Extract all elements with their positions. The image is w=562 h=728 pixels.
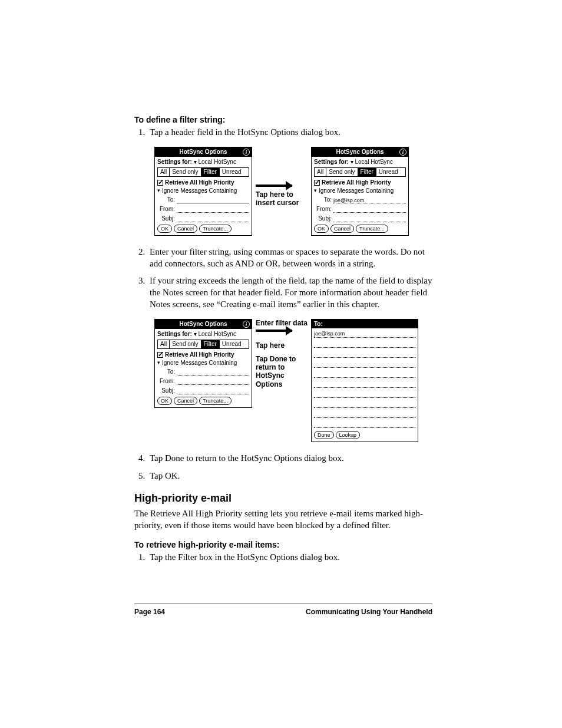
cancel-button[interactable]: Cancel: [174, 225, 197, 233]
figure-1: HotSync Options i Settings for: ▾ Local …: [154, 147, 432, 236]
from-field[interactable]: [177, 207, 249, 213]
info-icon[interactable]: i: [243, 321, 250, 328]
ignore-label[interactable]: Ignore Messages Containing: [162, 187, 237, 195]
retrieve-high-checkbox[interactable]: [157, 352, 163, 358]
heading-define-filter: To define a filter string:: [134, 115, 432, 124]
ok-button[interactable]: OK: [157, 397, 172, 405]
tab-filter[interactable]: Filter: [201, 340, 220, 348]
settings-for-label: Settings for:: [157, 159, 192, 165]
palm-dialog-left: HotSync Options i Settings for: ▾ Local …: [154, 147, 252, 236]
settings-value[interactable]: Local HotSync: [198, 159, 236, 165]
retrieve-high-checkbox[interactable]: [314, 180, 320, 186]
settings-value[interactable]: Local HotSync: [355, 159, 392, 165]
ignore-label[interactable]: Ignore Messages Containing: [162, 360, 237, 367]
from-label[interactable]: From:: [157, 206, 177, 213]
subj-label[interactable]: Subj:: [314, 215, 333, 222]
notes-value[interactable]: joe@isp.com: [314, 331, 415, 338]
tab-unread[interactable]: Unread: [220, 168, 244, 176]
palm-dialog-notes: HotSync Options i Settings for: ▾ Local …: [154, 319, 252, 408]
tab-filter[interactable]: Filter: [358, 168, 376, 176]
ignore-label[interactable]: Ignore Messages Containing: [319, 187, 394, 195]
truncate-button[interactable]: Truncate...: [199, 397, 232, 405]
dropdown-triangle-icon[interactable]: ▾: [351, 159, 353, 166]
notes-line[interactable]: [314, 371, 415, 378]
notes-line[interactable]: [314, 361, 415, 368]
truncate-button[interactable]: Truncate...: [356, 225, 388, 233]
dropdown-triangle-icon[interactable]: ▾: [194, 159, 197, 166]
callout-enter-filter: Enter filter data: [256, 319, 309, 327]
tab-unread[interactable]: Unread: [220, 340, 244, 348]
notes-line[interactable]: [314, 351, 415, 358]
notes-line[interactable]: [314, 391, 415, 398]
retrieve-high-label: Retrieve All High Priority: [165, 179, 234, 186]
retrieve-high-label: Retrieve All High Priority: [322, 179, 391, 186]
tab-strip: All Send only Filter Unread: [157, 340, 249, 349]
section-title: Communicating Using Your Handheld: [306, 608, 432, 616]
step-1: Tap a header field in the HotSync Option…: [147, 127, 432, 139]
dropdown-triangle-icon[interactable]: ▾: [157, 360, 160, 366]
callout-tap-here: Tap here to insert cursor: [256, 190, 308, 207]
to-field[interactable]: [177, 197, 249, 203]
from-label[interactable]: From:: [157, 378, 177, 385]
step-5: Tap OK.: [147, 470, 432, 482]
ok-button[interactable]: OK: [314, 225, 329, 233]
settings-for-label: Settings for:: [157, 331, 192, 337]
step-3: If your string exceeds the length of the…: [147, 275, 432, 310]
notes-line[interactable]: [314, 381, 415, 388]
palm-title: HotSync Options: [179, 321, 227, 328]
dropdown-triangle-icon[interactable]: ▾: [314, 187, 317, 194]
from-field[interactable]: [177, 379, 249, 385]
dropdown-triangle-icon[interactable]: ▾: [194, 331, 197, 338]
figure-2: HotSync Options i Settings for: ▾ Local …: [154, 319, 432, 442]
retrieve-high-checkbox[interactable]: [157, 180, 163, 186]
palm-dialog-right: HotSync Options i Settings for: ▾ Local …: [311, 147, 409, 236]
notes-line[interactable]: [314, 421, 415, 428]
settings-for-label: Settings for:: [314, 159, 349, 165]
done-button[interactable]: Done: [314, 431, 334, 439]
subj-label[interactable]: Subj:: [157, 387, 177, 394]
subj-label[interactable]: Subj:: [157, 215, 177, 222]
lookup-button[interactable]: Lookup: [336, 431, 361, 439]
info-icon[interactable]: i: [399, 149, 406, 156]
subj-field[interactable]: [333, 216, 406, 222]
page-number: Page 164: [134, 608, 165, 616]
retrieve-step-1: Tap the Filter box in the HotSync Option…: [147, 552, 432, 564]
subj-field[interactable]: [177, 388, 249, 394]
to-field[interactable]: [177, 370, 249, 375]
callout-tap-here-2: Tap here: [256, 341, 309, 350]
tab-strip: All Send only Filter Unread: [157, 167, 249, 177]
truncate-button[interactable]: Truncate...: [199, 225, 232, 233]
heading-high-priority: High-priority e-mail: [134, 492, 432, 505]
subj-field[interactable]: [177, 216, 249, 222]
to-label[interactable]: To:: [314, 196, 333, 203]
notes-line[interactable]: [314, 341, 415, 348]
to-label[interactable]: To:: [157, 368, 177, 375]
retrieve-high-label: Retrieve All High Priority: [165, 351, 234, 358]
to-label[interactable]: To:: [157, 196, 177, 203]
ok-button[interactable]: OK: [157, 225, 172, 233]
tab-send-only[interactable]: Send only: [170, 340, 201, 348]
page-footer: Page 164 Communicating Using Your Handhe…: [134, 604, 432, 616]
from-label[interactable]: From:: [314, 206, 333, 213]
tab-all[interactable]: All: [158, 340, 170, 348]
settings-value[interactable]: Local HotSync: [198, 331, 236, 337]
arrow-right-icon: [256, 185, 292, 187]
cancel-button[interactable]: Cancel: [174, 397, 197, 405]
from-field[interactable]: [333, 207, 406, 213]
tab-all[interactable]: All: [315, 168, 326, 176]
notes-line[interactable]: [314, 401, 415, 408]
tab-send-only[interactable]: Send only: [326, 168, 358, 176]
cancel-button[interactable]: Cancel: [330, 225, 354, 233]
tab-filter[interactable]: Filter: [201, 168, 220, 176]
to-field[interactable]: joe@isp.com: [333, 197, 406, 203]
tab-send-only[interactable]: Send only: [170, 168, 201, 176]
palm-title: HotSync Options: [336, 149, 384, 156]
arrow-right-icon: [256, 330, 292, 332]
notes-line[interactable]: [314, 411, 415, 418]
tab-unread[interactable]: Unread: [376, 168, 401, 176]
info-icon[interactable]: i: [243, 149, 250, 156]
tab-all[interactable]: All: [158, 168, 170, 176]
dropdown-triangle-icon[interactable]: ▾: [157, 187, 160, 194]
high-priority-paragraph: The Retrieve All High Priority setting l…: [134, 508, 432, 532]
step-2: Enter your filter string, using commas o…: [147, 246, 432, 270]
